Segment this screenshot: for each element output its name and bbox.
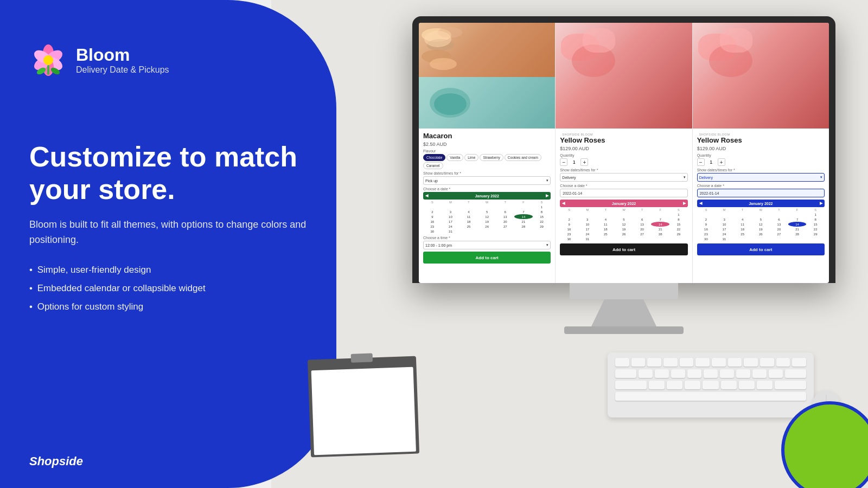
flavor-chocolate[interactable]: Chocolate <box>423 154 445 161</box>
monitor-stand <box>591 299 656 326</box>
clipboard-paper <box>311 367 416 455</box>
qty-plus-3[interactable]: + <box>718 158 725 166</box>
key <box>776 358 790 367</box>
qty-row-3: − 1 + <box>697 158 825 166</box>
yellow-roses-image-3 <box>693 23 829 129</box>
key <box>775 381 806 389</box>
add-to-cart-3[interactable]: Add to cart <box>697 243 825 255</box>
time-label-1: Choose a time * <box>423 236 551 240</box>
monitor-container: Macaron $2.50 AUD Flavour Chocolate Vani… <box>412 16 835 334</box>
feature-item-2: Embedded calendar or collapsible widget <box>29 279 311 298</box>
qty-label-3: Quantity <box>697 153 825 157</box>
product-name-2: Yellow Roses <box>560 136 687 144</box>
key <box>647 358 661 367</box>
key <box>744 358 758 367</box>
logo-area: Bloom Delivery Date & Pickups <box>29 41 169 79</box>
calendar-2: ◀ January 2022 ▶ SMTWTFS 1 2345678 91011… <box>560 200 687 241</box>
cal-grid-3: 1 2345678 9101112131415 16171819202122 2… <box>697 212 825 241</box>
cal-days-header-3: SMTWTFS <box>697 208 825 211</box>
delivery-select-3[interactable]: Delivery ▾ <box>697 173 825 182</box>
flavor-caramel[interactable]: Caramel <box>423 162 443 169</box>
add-to-cart-1[interactable]: Add to cart <box>423 252 551 264</box>
macaron-product-info: Macaron $2.50 AUD Flavour Chocolate Vani… <box>419 129 555 283</box>
key <box>712 358 726 367</box>
key-row-1 <box>615 358 806 367</box>
cal-header-1: ◀ January 2022 ▶ <box>423 192 551 200</box>
macaron-image-top <box>419 23 555 77</box>
calendar-1: ◀ January 2022 ▶ SMTWTFS 1 2345678 91011… <box>423 192 551 234</box>
delivery-select-2[interactable]: Delivery ▾ <box>560 173 687 182</box>
choose-date-label-1: Choose a date * <box>423 187 551 191</box>
roses-img-2 <box>556 23 692 129</box>
key <box>760 358 774 367</box>
cal-grid-1: 1 2345678 9101112131415 16171819202122 2… <box>423 204 551 234</box>
svg-point-6 <box>43 55 53 65</box>
date-input-2[interactable]: 2022-01-14 <box>560 189 687 197</box>
key <box>728 358 742 367</box>
product-col-2: SHOPSIDE BLOOM Yellow Roses $129.00 AUD … <box>556 23 692 283</box>
key <box>739 381 755 389</box>
yellow-roses-info-2: SHOPSIDE BLOOM Yellow Roses $129.00 AUD … <box>556 129 692 283</box>
qty-value-2: 1 <box>570 159 578 165</box>
flavor-vanilla[interactable]: Vanilla <box>446 154 463 161</box>
feature-item-1: Simple, user-friendly design <box>29 261 311 279</box>
date-input-3[interactable]: 2022-01-14 <box>697 189 825 197</box>
flavor-strawberry[interactable]: Strawberry <box>480 154 503 161</box>
key <box>757 381 773 389</box>
key <box>785 369 806 378</box>
key <box>695 358 710 367</box>
brand-subtitle: Delivery Date & Pickups <box>76 65 169 75</box>
add-to-cart-2[interactable]: Add to cart <box>560 243 687 255</box>
key <box>769 369 783 378</box>
show-dates-label-1: Show dates/times for * <box>423 171 551 175</box>
key <box>720 369 734 378</box>
keyboard-rows <box>608 352 814 406</box>
key-row-4 <box>615 392 806 401</box>
main-headline: Customize to match your store. <box>29 141 311 206</box>
time-select[interactable]: 12:00 - 1:00 pm ▾ <box>423 241 551 249</box>
product-name-1: Macaron <box>423 132 551 140</box>
product-price-1: $2.50 AUD <box>423 142 551 147</box>
clipboard <box>308 356 419 458</box>
product-name-3: Yellow Roses <box>697 136 825 144</box>
key-row-3 <box>615 381 806 389</box>
keyboard <box>608 352 814 418</box>
choose-date-label-3: Choose a date * <box>697 184 825 188</box>
key <box>792 358 806 367</box>
key <box>639 369 653 378</box>
key <box>615 358 629 367</box>
clipboard-clip <box>351 353 373 362</box>
key <box>667 381 682 389</box>
cal-days-header-2: SMTWTFS <box>560 208 687 211</box>
key <box>736 369 750 378</box>
key <box>615 369 636 378</box>
screen-brand-2: SHOPSIDE BLOOM <box>560 132 687 136</box>
key <box>721 381 737 389</box>
key <box>680 358 694 367</box>
flavor-lime[interactable]: Lime <box>464 154 478 161</box>
qty-minus-3[interactable]: − <box>697 158 705 166</box>
shopside-label: Shopside <box>29 454 83 468</box>
yellow-roses-image <box>556 23 692 129</box>
key <box>615 381 647 389</box>
key <box>663 358 678 367</box>
macaron-image-bottom <box>419 77 555 129</box>
qty-row-2: − 1 + <box>560 158 687 166</box>
macaron-top-img <box>419 23 555 77</box>
roses-img-3 <box>693 23 829 129</box>
show-dates-label-3: Show dates/times for * <box>697 168 825 172</box>
yellow-roses-info-3: SHOPSIDE BLOOM Yellow Roses $129.00 AUD … <box>693 129 829 283</box>
qty-plus-2[interactable]: + <box>580 158 588 166</box>
pickup-select[interactable]: Pick up ▾ <box>423 176 551 185</box>
key <box>687 369 701 378</box>
key <box>631 358 646 367</box>
bloom-logo-icon <box>29 41 67 79</box>
flavor-cookies[interactable]: Cookies and cream <box>505 154 541 161</box>
shopside-branding: Shopside <box>29 454 83 468</box>
features-list: Simple, user-friendly design Embedded ca… <box>29 261 311 316</box>
key <box>703 381 718 389</box>
cal-header-2: ◀ January 2022 ▶ <box>560 200 687 207</box>
qty-label-2: Quantity <box>560 153 687 157</box>
qty-minus-2[interactable]: − <box>560 158 567 166</box>
key-row-2 <box>615 369 806 378</box>
